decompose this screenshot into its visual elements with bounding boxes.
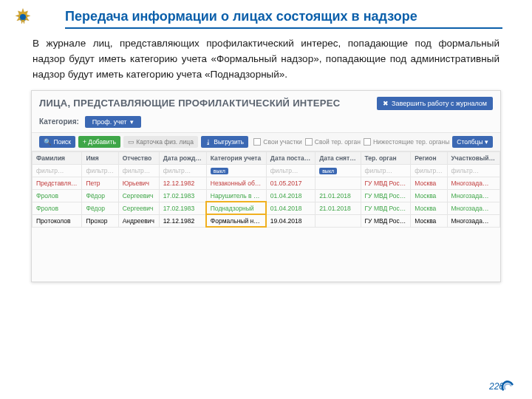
- slide-title: Передача информации о лицах состоящих в …: [65, 9, 502, 29]
- filter-cell[interactable]: фильтр…: [118, 164, 159, 177]
- page-number: 226: [489, 381, 504, 392]
- table-cell: Многозада…: [447, 177, 499, 189]
- table-cell: Многозада…: [447, 189, 499, 202]
- category-dropdown[interactable]: Проф. учет ▾: [85, 116, 141, 128]
- table-cell: Незаконный оборот и потребление наркотик…: [206, 177, 266, 189]
- table-cell: Поднадзорный: [206, 202, 266, 214]
- table-cell: Сергеевич: [118, 189, 159, 202]
- chevron-down-icon: ▾: [485, 138, 488, 146]
- card-button[interactable]: ▭ Карточка физ. лица: [123, 136, 198, 148]
- table-cell: [316, 177, 361, 189]
- table-cell: 17.02.1983: [159, 202, 206, 214]
- sub-orgs-checkbox[interactable]: Нижестоящие тер. органы: [364, 138, 449, 146]
- table-header-row: ФамилияИмяОтчествоДата рожд…Категория уч…: [33, 151, 500, 164]
- table-cell: Фролов: [33, 189, 82, 202]
- filter-toggle[interactable]: выкл: [211, 168, 228, 174]
- columns-button[interactable]: Столбцы ▾: [452, 136, 493, 148]
- close-journal-button[interactable]: ✖ Завершить работу с журналом: [377, 97, 493, 110]
- close-icon: ✖: [383, 100, 389, 107]
- filter-row: фильтр…фильтр…фильтр…фильтр…выклфильтр…в…: [33, 164, 500, 177]
- own-org-checkbox[interactable]: Свой тер. орган: [305, 138, 361, 146]
- table-cell: Москва: [411, 177, 447, 189]
- table-cell: Фролов: [33, 202, 82, 214]
- table-cell: 21.01.2018: [316, 189, 361, 202]
- slide-paragraph: В журнале лиц, представляющих профилакти…: [33, 36, 499, 83]
- table-cell: 12.12.1982: [159, 214, 206, 227]
- table-cell: Москва: [411, 202, 447, 214]
- table-header-cell[interactable]: Имя: [82, 151, 118, 164]
- filter-cell[interactable]: фильтр…: [159, 164, 206, 177]
- filter-cell[interactable]: фильтр…: [411, 164, 447, 177]
- table-header-cell[interactable]: Участковый…: [447, 151, 499, 164]
- table-cell: 01.04.2018: [266, 202, 315, 214]
- table-cell: 01.04.2018: [266, 189, 315, 202]
- filter-cell[interactable]: выкл: [316, 164, 361, 177]
- add-button[interactable]: + Добавить: [78, 136, 120, 148]
- category-value: Проф. учет: [92, 118, 127, 126]
- table-row[interactable]: ПротоколовПрохорАндреевич12.12.1982Форма…: [33, 214, 500, 227]
- table-cell: Формальный надзор: [206, 214, 266, 227]
- plus-icon: +: [83, 138, 86, 146]
- table-row[interactable]: ФроловФёдорСергеевич17.02.1983Нарушитель…: [33, 189, 500, 202]
- table-cell: Протоколов: [33, 214, 82, 227]
- table-cell: 19.04.2018: [266, 214, 315, 227]
- table-cell: ГУ МВД Рос…: [361, 177, 411, 189]
- table-header-cell[interactable]: Отчество: [118, 151, 159, 164]
- table-cell: Сергеевич: [118, 202, 159, 214]
- table-cell: Фёдор: [82, 189, 118, 202]
- search-icon: 🔍: [44, 138, 52, 146]
- table-cell: 21.01.2018: [316, 202, 361, 214]
- filter-cell[interactable]: фильтр…: [361, 164, 411, 177]
- category-label: Категория:: [39, 117, 79, 126]
- app-window-title: ЛИЦА, ПРЕДСТАВЛЯЮЩИЕ ПРОФИЛАКТИЧЕСКИЙ ИН…: [39, 98, 340, 109]
- close-journal-label: Завершить работу с журналом: [392, 100, 487, 107]
- table-cell: ГУ МВД Рос…: [361, 214, 411, 227]
- search-button[interactable]: 🔍 Поиск: [39, 136, 75, 148]
- svg-point-1: [20, 14, 26, 20]
- table-header-cell[interactable]: Дата рожд…: [159, 151, 206, 164]
- own-areas-checkbox[interactable]: Свои участки: [253, 138, 301, 146]
- data-table: ФамилияИмяОтчествоДата рожд…Категория уч…: [32, 151, 500, 228]
- table-cell: Андреевич: [118, 214, 159, 227]
- filter-cell[interactable]: фильтр…: [33, 164, 82, 177]
- table-cell: 12.12.1982: [159, 177, 206, 189]
- table-cell: Фёдор: [82, 202, 118, 214]
- table-cell: Москва: [411, 189, 447, 202]
- filter-cell[interactable]: фильтр…: [447, 164, 499, 177]
- table-cell: ГУ МВД Рос…: [361, 189, 411, 202]
- table-cell: Многозада…: [447, 202, 499, 214]
- table-cell: Многозада…: [447, 214, 499, 227]
- table-header-cell[interactable]: Категория учета: [206, 151, 266, 164]
- table-cell: Прохор: [82, 214, 118, 227]
- filter-toggle[interactable]: выкл: [319, 168, 337, 174]
- table-header-cell[interactable]: Дата поста…: [266, 151, 315, 164]
- chevron-down-icon: ▾: [130, 118, 134, 126]
- table-cell: Нарушитель в сфере семейно-бытовых отн…: [206, 189, 266, 202]
- emblem-icon: [13, 7, 33, 27]
- table-cell: [316, 214, 361, 227]
- table-header-cell[interactable]: Дата снят…: [316, 151, 361, 164]
- filter-cell[interactable]: фильтр…: [82, 164, 118, 177]
- table-cell: Представля…: [33, 177, 82, 189]
- table-header-cell[interactable]: Тер. орган: [361, 151, 411, 164]
- table-cell: ГУ МВД Рос…: [361, 202, 411, 214]
- table-row[interactable]: ФроловФёдорСергеевич17.02.1983Поднадзорн…: [33, 202, 500, 214]
- table-header-cell[interactable]: Регион: [411, 151, 447, 164]
- table-cell: 01.05.2017: [266, 177, 315, 189]
- export-button[interactable]: ⭳ Выгрузить: [201, 136, 248, 148]
- filter-cell[interactable]: выкл: [206, 164, 266, 177]
- filter-cell[interactable]: фильтр…: [266, 164, 315, 177]
- card-icon: ▭: [128, 138, 134, 146]
- download-icon: ⭳: [205, 138, 212, 146]
- table-cell: Москва: [411, 214, 447, 227]
- table-cell: 17.02.1983: [159, 189, 206, 202]
- table-header-cell[interactable]: Фамилия: [33, 151, 82, 164]
- table-row[interactable]: Представля…ПетрЮрьевич12.12.1982Незаконн…: [33, 177, 500, 189]
- table-cell: Юрьевич: [118, 177, 159, 189]
- app-window: ЛИЦА, ПРЕДСТАВЛЯЮЩИЕ ПРОФИЛАКТИЧЕСКИЙ ИН…: [31, 90, 501, 282]
- table-cell: Петр: [82, 177, 118, 189]
